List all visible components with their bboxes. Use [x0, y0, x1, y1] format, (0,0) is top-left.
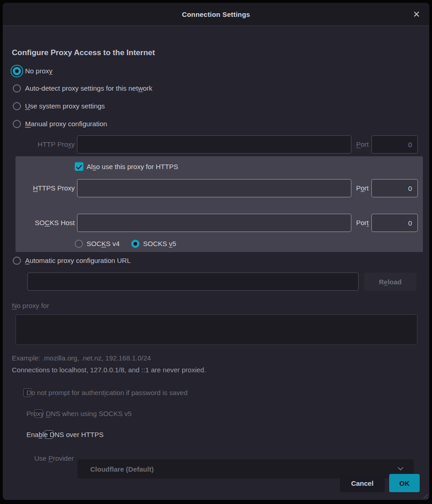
enable-doh-checkbox-label[interactable]: Enable DNS over HTTPS	[26, 430, 103, 439]
http-proxy-input[interactable]	[77, 135, 351, 154]
connection-settings-dialog: Connection Settings ✕ Configure Proxy Ac…	[3, 3, 429, 500]
connection-settings-screen: { "colors": { "accent": "#17a3bd", "ok_b…	[0, 0, 432, 504]
cancel-button[interactable]: Cancel	[340, 474, 385, 492]
use-provider-label: Use Provider	[12, 454, 74, 463]
also-https-checkbox[interactable]	[75, 162, 83, 171]
socks-host-input[interactable]	[77, 214, 351, 232]
no-proxy-example-text: Example: .mozilla.org, .net.nz, 192.168.…	[12, 354, 151, 362]
socks-port-label: Port	[340, 218, 369, 227]
dialog-title: Connection Settings	[182, 10, 250, 18]
https-port-label: Port	[340, 184, 369, 193]
reload-button[interactable]: Reload	[364, 273, 417, 291]
also-https-checkbox-label[interactable]: Also use this proxy for HTTPS	[87, 162, 178, 171]
http-proxy-label: HTTP Proxy	[12, 140, 75, 149]
socks-port-input[interactable]	[371, 214, 418, 232]
no-proxy-for-label: No proxy for	[12, 301, 49, 310]
ok-button-label: OK	[399, 479, 410, 487]
radio-socks-v4[interactable]	[75, 240, 83, 248]
auto-config-url-input[interactable]	[27, 273, 359, 291]
http-port-label: Port	[340, 140, 369, 149]
socks-host-label: SOCKS Host	[12, 218, 75, 227]
https-proxy-label: HTTPS Proxy	[12, 184, 75, 193]
radio-socks-v4-label[interactable]: SOCKS v4	[87, 239, 120, 248]
chevron-down-icon	[398, 465, 404, 471]
ok-button[interactable]: OK	[389, 474, 420, 492]
dialog-titlebar: Connection Settings ✕	[3, 3, 429, 26]
close-icon[interactable]: ✕	[410, 8, 423, 21]
radio-auto-detect-label[interactable]: Auto-detect proxy settings for this netw…	[25, 84, 152, 93]
radio-manual-proxy[interactable]	[13, 120, 21, 128]
radio-auto-config-url-label[interactable]: Automatic proxy configuration URL	[25, 256, 131, 265]
radio-no-proxy[interactable]	[13, 67, 21, 75]
reload-button-label: Reload	[379, 278, 401, 286]
resize-grip[interactable]	[421, 491, 428, 499]
radio-system-proxy-label[interactable]: Use system proxy settings	[25, 102, 105, 111]
doh-provider-selected-value: Cloudflare (Default)	[77, 465, 154, 473]
https-proxy-input[interactable]	[77, 179, 351, 197]
radio-socks-v5-label[interactable]: SOCKS v5	[143, 239, 176, 248]
no-prompt-auth-checkbox-label[interactable]: Do not prompt for authentication if pass…	[26, 388, 188, 397]
localhost-note-text: Connections to localhost, 127.0.0.1/8, a…	[12, 366, 206, 374]
radio-socks-v5[interactable]	[131, 240, 139, 248]
radio-auto-detect[interactable]	[13, 84, 21, 93]
radio-manual-proxy-label[interactable]: Manual proxy configuration	[25, 119, 107, 129]
no-proxy-for-textarea[interactable]	[15, 314, 417, 345]
page-title: Configure Proxy Access to the Internet	[12, 48, 155, 57]
radio-no-proxy-label[interactable]: No proxy	[25, 67, 52, 76]
radio-system-proxy[interactable]	[13, 102, 21, 110]
cancel-button-label: Cancel	[351, 479, 373, 487]
proxy-dns-socks5-checkbox-label[interactable]: Proxy DNS when using SOCKS v5	[26, 409, 132, 418]
radio-auto-config-url[interactable]	[13, 257, 21, 265]
http-port-input[interactable]	[371, 135, 418, 154]
https-port-input[interactable]	[371, 179, 418, 197]
